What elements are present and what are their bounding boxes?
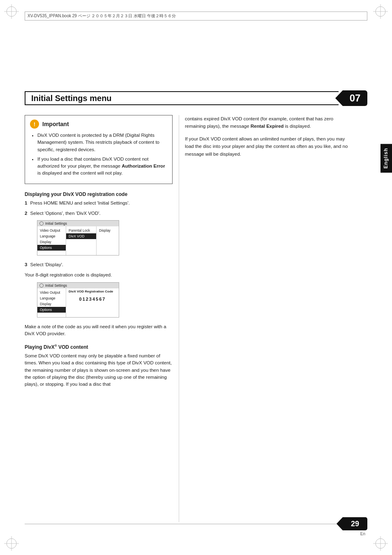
corner-mark-tl <box>4 4 19 19</box>
bottom-note: Make a note of the code as you will need… <box>25 323 173 338</box>
menu-left-col-2: Video Output Language Display Options <box>37 288 66 317</box>
menu-left-col-1: Video Output Language Display Options <box>37 226 66 255</box>
menu-title-text-1: Initial Settings <box>45 221 67 226</box>
important-box: ! Important DivX VOD content is protecte… <box>25 115 173 184</box>
column-divider <box>179 115 179 522</box>
menu2-item-display: Display <box>37 301 66 307</box>
page-en-label: En <box>360 532 365 536</box>
page-title: Initial Settings menu <box>31 94 112 103</box>
warning-icon: ! <box>30 120 39 129</box>
important-bullet-1: DivX VOD content is protected by a DRM (… <box>37 132 167 153</box>
file-info-bar: XV-DV535_IPPAN.book 29 ページ ２００５年２月２３日 水曜… <box>25 12 367 21</box>
menu-title-bar-1: Initial Settings <box>37 221 119 226</box>
reg-code-label: DivX VOD Registration Code <box>69 290 116 293</box>
menu-right-col-2: DivX VOD Registration Code 01234567 <box>66 288 119 317</box>
corner-mark-br <box>373 536 388 551</box>
menu-right-parental: Parental Lock <box>66 228 96 233</box>
menu-third-col-1: Display <box>96 226 119 255</box>
right-para-1: contains expired DivX VOD content (for e… <box>185 115 349 130</box>
step1: 1 Press HOME MENU and select 'Initial Se… <box>25 200 173 207</box>
playing-heading: Playing DivX® VOD content <box>25 344 173 350</box>
important-bullet-2: If you load a disc that contains DivX VO… <box>37 156 167 177</box>
reg-code-value: 01234567 <box>69 295 116 303</box>
page-title-bar: Initial Settings menu <box>25 91 339 105</box>
english-tab: English <box>380 144 392 173</box>
page-number-badge: 29 <box>343 517 367 530</box>
file-info-text: XV-DV535_IPPAN.book 29 ページ ２００５年２月２３日 水曜… <box>28 13 176 19</box>
section1-heading: Displaying your DivX VOD registration co… <box>25 191 173 197</box>
menu-screenshot-2: Initial Settings Video Output Language D… <box>37 282 119 318</box>
corner-mark-bl <box>4 536 19 551</box>
menu-body-2: Video Output Language Display Options Di… <box>37 288 119 317</box>
menu-title-text-2: Initial Settings <box>45 283 67 288</box>
important-title: Important <box>42 121 69 127</box>
important-list: DivX VOD content is protected by a DRM (… <box>30 132 167 177</box>
corner-mark-tr <box>373 4 388 19</box>
main-content: ! Important DivX VOD content is protecte… <box>25 115 349 522</box>
menu2-item-language: Language <box>37 295 66 301</box>
menu-item-options: Options <box>37 245 66 251</box>
left-column: ! Important DivX VOD content is protecte… <box>25 115 173 391</box>
playing-body: Some DivX VOD content may only be playab… <box>25 352 173 388</box>
chapter-badge: 07 <box>343 90 367 106</box>
menu2-item-video-output: Video Output <box>37 290 66 295</box>
step3: 3 Select 'Display'. <box>25 261 173 268</box>
menu-icon-2 <box>39 283 44 288</box>
right-para-2: If your DivX VOD content allows an unlim… <box>185 135 349 158</box>
menu-icon-1 <box>39 221 44 226</box>
step2: 2 Select 'Options', then 'DivX VOD'. <box>25 210 173 217</box>
menu-item-video-output: Video Output <box>37 228 66 233</box>
menu-third-display: Display <box>97 228 119 233</box>
menu-right-col-1: Parental Lock DivX VOD <box>66 226 96 255</box>
menu-title-bar-2: Initial Settings <box>37 283 119 288</box>
right-column: contains expired DivX VOD content (for e… <box>185 115 349 163</box>
menu-item-display: Display <box>37 239 66 245</box>
step3-note: Your 8-digit registration code is displa… <box>25 272 173 279</box>
bottom-divider <box>25 524 367 524</box>
important-header: ! Important <box>30 120 167 129</box>
menu2-item-options: Options <box>37 307 66 313</box>
menu-right-divx: DivX VOD <box>66 233 96 239</box>
menu-screenshot-1: Initial Settings Video Output Language D… <box>37 220 119 256</box>
menu-body-1: Video Output Language Display Options Pa… <box>37 226 119 255</box>
menu-item-language: Language <box>37 233 66 239</box>
